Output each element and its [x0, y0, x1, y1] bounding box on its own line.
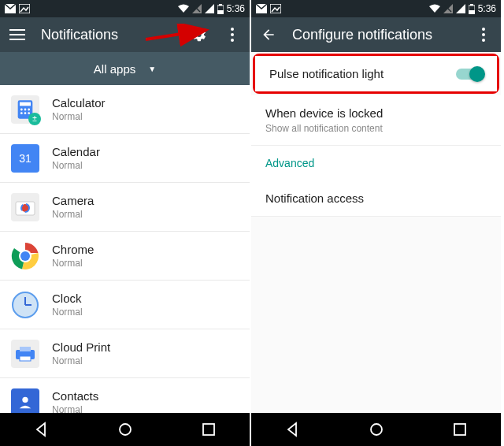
svg-point-33: [22, 396, 28, 402]
app-icon: [11, 193, 39, 221]
section-header: Advanced: [265, 157, 314, 169]
list-item[interactable]: ClockNormal: [0, 281, 250, 329]
wifi-icon: [178, 4, 189, 13]
setting-locked[interactable]: When device is locked Show all notificat…: [251, 95, 501, 146]
list-item[interactable]: CameraNormal: [0, 183, 250, 232]
more-icon[interactable]: [223, 25, 242, 44]
svg-point-25: [20, 251, 30, 261]
app-sublabel: Normal: [52, 307, 83, 318]
filter-dropdown[interactable]: All apps ▼: [0, 52, 250, 85]
no-signal-icon: [443, 4, 453, 13]
setting-label: Pulse notification light: [269, 67, 384, 80]
list-item[interactable]: Cloud PrintNormal: [0, 329, 250, 378]
page-title: Notifications: [41, 27, 176, 43]
no-signal-icon: [192, 4, 202, 13]
svg-point-9: [231, 28, 234, 31]
svg-point-45: [482, 33, 485, 36]
picture-icon: [19, 4, 30, 13]
app-name: Calendar: [52, 145, 100, 158]
app-sublabel: Normal: [52, 258, 94, 269]
svg-rect-13: [20, 102, 31, 106]
highlighted-region: Pulse notification light: [253, 54, 499, 94]
gmail-icon: [5, 4, 16, 13]
svg-point-10: [231, 33, 234, 36]
home-nav-icon[interactable]: [117, 422, 133, 437]
app-icon: 31: [11, 144, 39, 173]
nav-bar: [0, 413, 250, 446]
app-icon: [11, 242, 39, 270]
hamburger-icon[interactable]: [8, 25, 27, 44]
svg-point-46: [482, 39, 485, 42]
svg-point-11: [231, 39, 234, 42]
svg-point-36: [120, 424, 131, 435]
status-bar: 5:36: [251, 0, 501, 17]
app-name: Clock: [52, 292, 83, 305]
picture-icon: [270, 4, 281, 13]
setting-label: Notification access: [265, 191, 364, 205]
app-name: Chrome: [52, 243, 94, 256]
svg-rect-37: [203, 424, 214, 435]
clock-text: 5:36: [227, 3, 245, 14]
list-item[interactable]: ChromeNormal: [0, 232, 250, 281]
setting-label: When device is locked: [265, 106, 383, 120]
chevron-down-icon: ▼: [148, 65, 156, 73]
signal-icon: [205, 4, 214, 13]
app-sublabel: Normal: [52, 404, 98, 413]
home-nav-icon[interactable]: [369, 422, 384, 437]
app-icon: [11, 340, 39, 368]
app-name: Contacts: [52, 389, 98, 403]
toggle-switch[interactable]: [456, 69, 483, 80]
battery-icon: [469, 4, 475, 14]
setting-advanced-header: Advanced: [251, 146, 501, 180]
svg-point-17: [20, 112, 23, 114]
more-icon[interactable]: [474, 25, 493, 44]
app-bar: Notifications: [0, 17, 250, 52]
setting-sublabel: Show all notification content: [265, 123, 383, 134]
svg-rect-48: [454, 424, 465, 435]
app-sublabel: Normal: [52, 355, 110, 366]
svg-point-18: [24, 112, 27, 114]
app-sublabel: Normal: [52, 209, 94, 220]
app-name: Cloud Print: [52, 340, 110, 354]
setting-notification-access[interactable]: Notification access: [251, 180, 501, 217]
recents-nav-icon[interactable]: [202, 422, 216, 437]
app-name: Calculator: [52, 96, 106, 110]
gmail-icon: [256, 4, 267, 13]
svg-rect-5: [217, 10, 224, 14]
gear-icon[interactable]: [190, 25, 209, 44]
app-bar: Configure notifications: [251, 17, 501, 52]
back-icon[interactable]: [259, 25, 278, 44]
svg-point-47: [371, 424, 382, 435]
back-nav-icon[interactable]: [285, 422, 301, 437]
svg-rect-32: [20, 356, 31, 361]
list-item[interactable]: 31CalendarNormal: [0, 134, 250, 183]
page-title: Configure notifications: [292, 27, 460, 43]
svg-point-15: [24, 108, 27, 110]
wifi-icon: [429, 4, 440, 13]
app-sublabel: Normal: [52, 160, 100, 171]
right-screen: 5:36 Configure notifications Pulse notif…: [251, 0, 502, 446]
svg-rect-43: [469, 10, 475, 14]
app-icon: [11, 291, 39, 319]
list-item[interactable]: ContactsNormal: [0, 378, 250, 413]
status-bar: 5:36: [0, 0, 250, 17]
clock-text: 5:36: [478, 3, 496, 14]
battery-icon: [217, 4, 224, 14]
left-screen: 5:36 Notifications All apps ▼ ±Calculato…: [0, 0, 251, 446]
recents-nav-icon[interactable]: [453, 422, 467, 437]
signal-icon: [456, 4, 465, 13]
app-name: Camera: [52, 194, 94, 207]
app-list: ±CalculatorNormal31CalendarNormalCameraN…: [0, 85, 250, 413]
svg-point-44: [482, 28, 485, 31]
back-nav-icon[interactable]: [34, 422, 50, 437]
setting-pulse[interactable]: Pulse notification light: [255, 56, 497, 91]
svg-point-14: [20, 108, 23, 110]
app-sublabel: Normal: [52, 111, 106, 122]
app-icon: [11, 388, 39, 414]
svg-point-16: [28, 108, 30, 110]
filter-label: All apps: [94, 62, 135, 76]
list-item[interactable]: ±CalculatorNormal: [0, 85, 250, 134]
svg-rect-31: [20, 347, 31, 351]
app-icon: ±: [11, 95, 39, 124]
nav-bar: [251, 413, 501, 446]
